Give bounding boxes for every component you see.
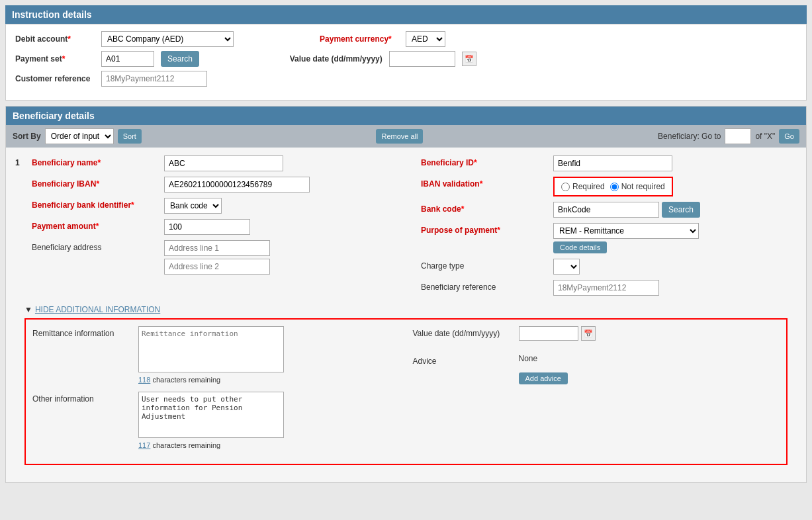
go-button[interactable]: Go [779,129,799,144]
beneficiary-id-input[interactable] [553,155,672,171]
payment-currency-select[interactable]: AED USD EUR [406,31,445,47]
iban-validation-label: IBAN validation* [421,177,553,189]
beneficiary-id-label: Beneficiary ID* [421,155,553,167]
payment-set-label: Payment set* [15,54,95,64]
payment-set-search-button[interactable]: Search [161,51,199,67]
payment-amount-label: Payment amount* [32,219,164,231]
value-date-label: Value date (dd/mm/yyyy) [290,54,383,64]
iban-not-required-radio[interactable] [610,183,619,191]
code-details-button[interactable]: Code details [553,241,607,253]
beneficiary-address-label: Beneficiary address [32,240,164,252]
beneficiary-reference-input[interactable] [553,280,659,296]
value-date-bene-calendar-button[interactable]: 📅 [581,326,596,341]
charge-type-select[interactable]: OUR BEN SHA [553,259,580,275]
beneficiary-iban-input[interactable] [164,177,310,193]
beneficiary-number: 1 [15,158,25,167]
beneficiary-goto-input[interactable] [725,128,751,144]
beneficiary-name-label: Beneficiary name* [32,155,164,167]
payment-set-input[interactable] [101,51,154,67]
instruction-details-header: Instruction details [5,5,807,24]
beneficiary-iban-label: Beneficiary IBAN* [32,177,164,189]
additional-info-content: Remittance information 118 characters re… [24,318,788,465]
remittance-info-label: Remittance information [32,326,138,338]
sort-button[interactable]: Sort [118,129,142,144]
purpose-of-payment-select[interactable]: REM - Remittance SAL - Salary DIV - Divi… [553,223,699,239]
iban-not-required-option[interactable]: Not required [610,182,665,191]
advice-value: None [519,354,538,363]
sort-by-select[interactable]: Order of input Name Amount [45,128,114,144]
bank-code-input[interactable] [553,202,659,218]
beneficiary-details-header: Beneficiary details [6,107,806,125]
address-line1-input[interactable] [164,240,270,256]
debit-account-label: Debit account* [15,34,95,44]
bank-code-label: Bank code* [421,202,553,214]
remove-all-button[interactable]: Remove all [376,129,423,144]
iban-required-option[interactable]: Required [561,182,605,191]
customer-reference-label: Customer reference [15,74,95,83]
value-date-bene-label: Value date (dd/mm/yyyy) [413,326,519,338]
customer-reference-input[interactable] [101,71,207,87]
iban-validation-box: Required Not required [553,177,673,196]
bank-code-search-button[interactable]: Search [662,202,700,218]
payment-amount-input[interactable] [164,219,250,235]
other-info-chars-remaining: 117 characters remaining [138,441,284,449]
charge-type-label: Charge type [421,259,553,271]
beneficiary-goto-label: Beneficiary: Go to [658,132,721,141]
remittance-info-textarea[interactable] [138,326,284,372]
value-date-bene-input[interactable] [519,326,578,341]
beneficiary-bank-id-select[interactable]: Bank code BIC Sort code [164,198,222,214]
hide-additional-info-link[interactable]: HIDE ADDITIONAL INFORMATION [35,305,160,314]
debit-account-select[interactable]: ABC Company (AED) [101,31,234,47]
payment-currency-label: Payment currency* [320,34,399,44]
beneficiary-bank-id-label: Beneficiary bank identifier* [32,198,164,210]
of-x-text: of "X" [755,132,775,141]
other-info-label: Other information [32,392,138,404]
value-date-input[interactable] [389,51,455,67]
purpose-of-payment-label: Purpose of payment* [421,223,553,235]
address-line2-input[interactable] [164,259,270,275]
advice-label: Advice [413,354,519,366]
hide-additional-info-toggle[interactable]: ▼ HIDE ADDITIONAL INFORMATION [15,301,797,318]
other-info-textarea[interactable]: User needs to put other information for … [138,392,284,438]
add-advice-button[interactable]: Add advice [519,372,568,384]
iban-required-radio[interactable] [561,183,570,191]
value-date-calendar-button[interactable]: 📅 [462,52,476,66]
remittance-chars-remaining: 118 characters remaining [138,376,284,384]
beneficiary-reference-label: Beneficiary reference [421,280,553,292]
beneficiary-name-input[interactable] [164,155,283,171]
sort-by-label: Sort By [13,132,41,141]
